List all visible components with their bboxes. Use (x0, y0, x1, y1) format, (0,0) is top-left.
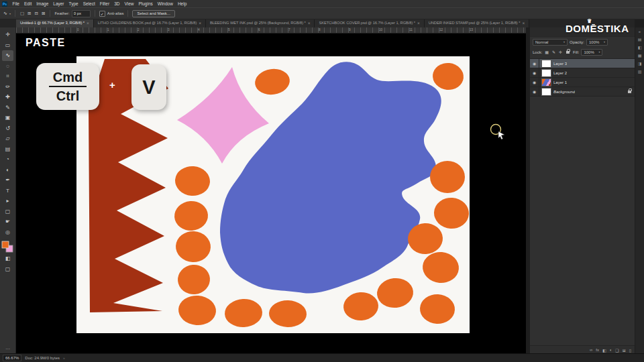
menu-window[interactable]: Window (155, 1, 175, 6)
menu-3d[interactable]: 3D (112, 1, 122, 6)
layer-name[interactable]: Background (553, 90, 575, 94)
menu-type[interactable]: Type (66, 1, 80, 6)
menu-layer[interactable]: Layer (51, 1, 66, 6)
lasso-tool-icon[interactable]: ∿ (2, 50, 13, 61)
blend-mode-select[interactable]: Normal ▾ (533, 39, 568, 46)
crop-tool-icon[interactable]: ⌗ (2, 71, 13, 82)
visibility-eye-icon[interactable]: ◉ (532, 70, 537, 75)
layer-name[interactable]: Layer 1 (553, 80, 567, 84)
history-brush-tool-icon[interactable]: ↺ (2, 123, 13, 134)
feather-input[interactable] (72, 10, 91, 17)
quick-mask-icon[interactable]: ◧ (2, 253, 13, 264)
chevron-down-icon[interactable]: ▾ (9, 12, 11, 15)
tab-bleeding-wet-ink[interactable]: BLEEDING WET INK.psd @ 25% (Background, … (206, 18, 315, 27)
lock-position-icon[interactable]: ✛ (558, 50, 563, 54)
layer-row-layer2[interactable]: ◉ Layer 2 (530, 68, 635, 78)
panel-icon[interactable]: ◨ (638, 61, 642, 66)
adjustment-layer-icon[interactable]: ◐ (610, 348, 612, 352)
add-selection-icon[interactable]: ⊞ (27, 11, 32, 16)
healing-brush-tool-icon[interactable]: ✚ (2, 92, 13, 103)
fill-value[interactable]: 100% ▾ (581, 49, 602, 56)
layer-row-background[interactable]: ◉ Background (530, 87, 635, 97)
intersect-selection-icon[interactable]: ⊠ (41, 11, 46, 16)
anti-alias-checkbox[interactable]: ✓ (99, 11, 105, 17)
layer-group-icon[interactable]: ❑ (615, 348, 619, 353)
tab-untitled-1[interactable]: Untitled-1 @ 66.7% (Layer 3, RGB/8) * × (16, 18, 94, 27)
canvas-workspace[interactable]: 0 1 2 3 4 5 6 7 8 9 10 11 12 13 (16, 27, 526, 354)
zoom-level-field[interactable]: 66.67% (3, 355, 21, 361)
clone-stamp-tool-icon[interactable]: ▣ (2, 113, 13, 123)
select-and-mask-button[interactable]: Select and Mask... (132, 10, 174, 17)
menu-edit[interactable]: Edit (21, 1, 34, 6)
zoom-tool-icon[interactable]: ◎ (2, 227, 13, 238)
pen-tool-icon[interactable]: ✒ (2, 175, 13, 186)
tab-litho-childrens-book[interactable]: LITHO CHILDRENS BOOK.psd @ 16.7% (Layer … (94, 18, 206, 27)
type-tool-icon[interactable]: T (2, 186, 13, 196)
foreground-color-swatch[interactable] (2, 241, 9, 248)
menu-file[interactable]: File (10, 1, 21, 6)
path-selection-tool-icon[interactable]: ▸ (2, 196, 13, 206)
dodge-tool-icon[interactable]: ◐ (2, 165, 13, 176)
eraser-tool-icon[interactable]: ▱ (2, 133, 13, 144)
menu-filter[interactable]: Filter (97, 1, 111, 6)
layer-row-layer1[interactable]: ◉ Layer 1 (530, 78, 635, 87)
panel-icon[interactable]: ▦ (638, 53, 642, 58)
menu-image[interactable]: Image (34, 1, 51, 6)
ruler-number: 11 (409, 28, 413, 32)
blur-tool-icon[interactable]: ◔ (2, 154, 13, 165)
menu-select[interactable]: Select (80, 1, 97, 6)
shape-tool-icon[interactable]: ▢ (2, 206, 13, 217)
document-size-info: Doc: 24.9M/0 bytes (25, 356, 60, 360)
opacity-value[interactable]: 100% ▾ (586, 39, 608, 46)
status-bar: 66.67% Doc: 24.9M/0 bytes » (0, 353, 644, 362)
visibility-eye-icon[interactable]: ◉ (532, 89, 537, 94)
tab-sketchbook-cover[interactable]: SKETCHBOOK COVER.psd @ 16.7% (Layer 1, R… (315, 18, 424, 27)
screen-mode-icon[interactable]: ▢ (2, 264, 13, 275)
eyedropper-tool-icon[interactable]: ✏ (2, 82, 13, 93)
layer-mask-icon[interactable]: ◧ (602, 348, 606, 353)
layer-thumbnail[interactable] (541, 60, 551, 68)
layer-row-layer3[interactable]: ◉ Layer 3 (530, 59, 635, 68)
brush-tool-icon[interactable]: ✎ (2, 103, 13, 113)
marquee-tool-icon[interactable]: ▭ (2, 40, 13, 51)
v-key-badge: V (131, 64, 166, 110)
menu-help[interactable]: Help (175, 1, 189, 6)
layer-name[interactable]: Layer 2 (553, 71, 567, 75)
layer-effects-icon[interactable]: fx (596, 348, 599, 352)
link-layers-icon[interactable]: ∞ (590, 348, 592, 352)
close-icon[interactable]: × (87, 21, 89, 25)
menu-plugins[interactable]: Plugins (136, 1, 155, 6)
collapse-panels-icon[interactable]: « (639, 29, 641, 34)
status-more-icon[interactable]: » (63, 356, 65, 360)
menu-view[interactable]: View (122, 1, 136, 6)
layer-name[interactable]: Layer 3 (553, 62, 567, 66)
layer-thumbnail[interactable] (541, 69, 551, 77)
layer-thumbnail[interactable] (541, 88, 551, 96)
layer-thumbnail[interactable] (541, 78, 551, 86)
panel-icon[interactable]: ◧ (638, 45, 642, 50)
hand-tool-icon[interactable]: ☛ (2, 217, 13, 227)
move-tool-icon[interactable]: ✛ (2, 29, 13, 40)
new-layer-icon[interactable]: ⊞ (623, 348, 626, 353)
visibility-eye-icon[interactable]: ◉ (532, 80, 537, 84)
ruler-number: 9 (349, 28, 351, 32)
current-tool-icon[interactable]: ∿ (3, 11, 7, 16)
tab-under-inked-stamp[interactable]: UNDER INKED STAMP.psd @ 25% (Layer 1, RG… (425, 18, 529, 27)
visibility-eye-icon[interactable]: ◉ (532, 61, 537, 66)
toolbar-overflow-icon[interactable]: ⋯ (5, 347, 10, 352)
close-icon[interactable]: × (522, 21, 525, 25)
panel-icon[interactable]: ▤ (638, 37, 642, 42)
close-icon[interactable]: × (417, 21, 420, 25)
new-selection-icon[interactable]: ▢ (19, 11, 25, 16)
lock-paint-icon[interactable]: ✎ (551, 50, 556, 54)
panel-icon[interactable]: ▥ (638, 69, 642, 74)
delete-layer-icon[interactable]: ▯ (629, 348, 631, 353)
close-icon[interactable]: × (308, 21, 311, 25)
lock-transparency-icon[interactable]: ▦ (544, 50, 549, 54)
quick-selection-tool-icon[interactable]: ◌ (2, 61, 13, 72)
lock-all-icon[interactable] (566, 51, 570, 54)
subtract-selection-icon[interactable]: ⊟ (34, 11, 39, 16)
close-icon[interactable]: × (199, 21, 201, 25)
horizontal-ruler[interactable]: 0 1 2 3 4 5 6 7 8 9 10 11 12 13 (16, 27, 526, 34)
gradient-tool-icon[interactable]: ▤ (2, 144, 13, 155)
